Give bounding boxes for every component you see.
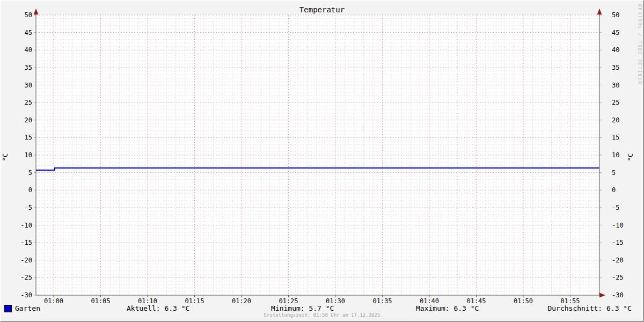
y-tick-label-right: 35 [612,64,619,71]
x-tick-label: 01:45 [466,297,486,305]
y-tick-label-right: 20 [612,116,619,124]
x-tick-label: 01:35 [372,297,392,305]
y-tick-label-right: 10 [612,151,619,159]
y-tick-label-left: 30 [25,82,32,89]
y-tick-label-left: -10 [20,222,32,229]
y-tick-label-right: -15 [612,239,624,246]
y-tick-label-left: -30 [20,291,32,299]
y-axis-arrow-right [597,9,602,14]
y-tick-label-left: 25 [25,99,32,106]
y-tick-label-right: -30 [612,291,624,299]
y-tick-label-right: 5 [612,169,616,177]
y-tick-label-left: -20 [20,257,32,264]
creation-timestamp: Erstellungszeit: 01:58 Uhr am 17.12.2025 [0,312,644,318]
y-tick-label-left: -25 [20,274,32,281]
x-tick-label: 01:05 [91,297,110,305]
x-tick-label: 01:00 [44,297,63,305]
y-tick-label-right: 25 [612,99,619,106]
x-tick-label: 01:15 [185,297,204,305]
y-tick-label-right: 30 [612,82,619,89]
y-tick-label-left: 35 [25,64,32,71]
y-tick-label-right: -25 [612,274,624,281]
x-tick-label: 01:10 [138,297,157,305]
y-tick-label-right: 40 [612,46,619,54]
y-tick-label-left: -15 [20,239,32,246]
x-tick-label: 01:25 [279,297,298,305]
stat-current: Aktuell: 6.3 °C [127,304,189,312]
y-tick-label-right: 15 [612,134,619,141]
y-tick-label-left: 45 [25,29,32,36]
legend-row: Garten Aktuell: 6.3 °C Minimum: 5.7 °C M… [0,304,644,313]
y-tick-label-right: -5 [612,204,619,211]
x-tick-label: 01:40 [420,297,439,305]
y-tick-label-right: -10 [612,222,624,229]
y-tick-label-left: 10 [25,151,32,159]
stat-average: Durchschnitt: 6.3 °C [547,304,632,312]
y-tick-label-left: 50 [25,11,32,19]
x-axis-arrow [599,293,605,298]
y-tick-label-right: 50 [612,11,619,19]
x-tick-label: 01:30 [326,297,345,305]
y-tick-label-right: -20 [612,257,624,264]
x-tick-label: 01:50 [514,297,533,305]
x-tick-label: 01:20 [232,297,251,305]
y-tick-label-left: 20 [25,116,32,124]
legend-series-name: Garten [15,304,40,312]
plot-svg: 01:0001:0501:1001:1501:2001:2501:3001:35… [0,0,644,322]
y-tick-label-left: 40 [25,46,32,54]
y-axis-arrow-left [34,9,39,14]
legend-color-swatch [4,305,12,312]
y-tick-label-left: 15 [25,134,32,141]
stat-maximum: Maximum: 6.3 °C [416,304,479,312]
y-tick-label-left: 0 [28,186,32,194]
y-tick-label-right: 0 [612,186,616,194]
x-tick-label: 01:55 [560,297,580,305]
stat-minimum: Minimum: 5.7 °C [271,304,334,312]
rrdtool-graph: Temperatur RRDTOOL / TOBI OETIKER °C °C … [0,0,644,322]
y-tick-label-left: 5 [28,169,32,177]
y-tick-label-left: -5 [25,204,32,211]
y-tick-label-right: 45 [612,29,619,36]
